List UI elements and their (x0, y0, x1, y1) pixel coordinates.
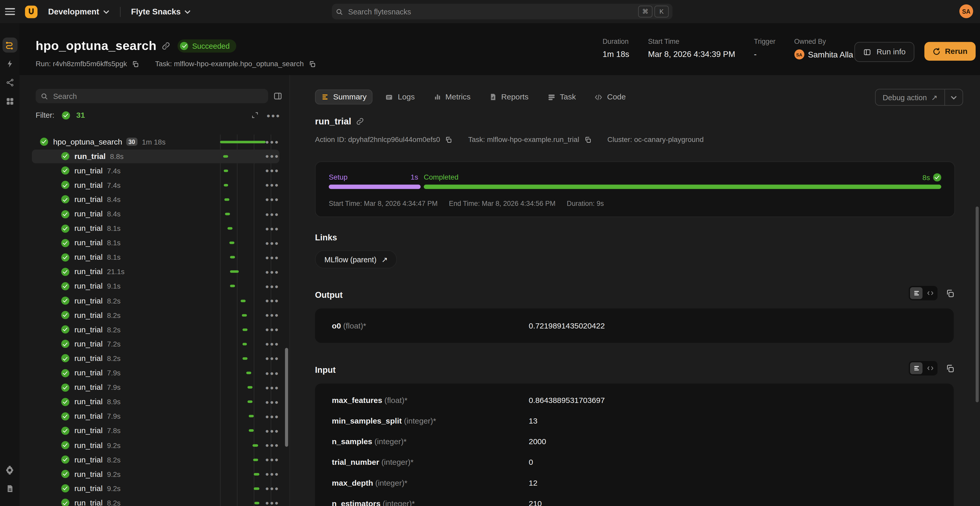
tab-task[interactable]: Task (541, 89, 582, 104)
row-menu-button[interactable]: ●●● (265, 398, 280, 405)
tree-node-row[interactable]: run_trial 21.1s ●●● (19, 265, 289, 279)
tree-node-row[interactable]: run_trial 8.1s ●●● (19, 250, 289, 265)
copy-icon[interactable] (584, 136, 591, 143)
row-menu-button[interactable]: ●●● (265, 182, 280, 188)
copy-icon[interactable] (132, 60, 139, 67)
row-menu-button[interactable]: ●●● (265, 254, 280, 261)
triggers-nav-icon[interactable] (2, 56, 17, 71)
tree-node-row[interactable]: run_trial 8.2s ●●● (19, 496, 289, 506)
tree-node-row[interactable]: hpo_optuna_search 30 1m 18s ●●● (19, 134, 289, 149)
union-logo[interactable] (25, 5, 38, 18)
mlflow-link-button[interactable]: MLflow (parent) ↗ (315, 250, 397, 268)
tree-node-row[interactable]: run_trial 7.9s ●●● (19, 380, 289, 395)
tree-node-row[interactable]: run_trial 8.8s ●●● (19, 149, 289, 163)
tab-metrics[interactable]: Metrics (427, 89, 477, 104)
tree-scrollbar[interactable] (285, 348, 288, 447)
tree-node-row[interactable]: run_trial 7.9s ●●● (19, 366, 289, 380)
docs-nav-icon[interactable] (2, 481, 17, 496)
rerun-button[interactable]: Rerun (924, 42, 975, 61)
tree-node-row[interactable]: run_trial 8.4s ●●● (19, 192, 289, 207)
row-menu-button[interactable]: ●●● (265, 500, 280, 506)
tree-node-row[interactable]: run_trial 8.1s ●●● (19, 236, 289, 250)
tree-node-row[interactable]: run_trial 8.2s ●●● (19, 452, 289, 467)
code-view-icon[interactable] (924, 287, 936, 299)
row-menu-button[interactable]: ●●● (265, 341, 280, 348)
debug-action-main[interactable]: Debug action↗ (876, 89, 945, 105)
project-selector[interactable]: Flyte Snacks (131, 7, 191, 16)
row-menu-button[interactable]: ●●● (265, 196, 280, 203)
tree-node-row[interactable]: run_trial 8.4s ●●● (19, 207, 289, 221)
copy-icon[interactable] (445, 136, 452, 143)
tab-code[interactable]: Code (588, 89, 632, 104)
global-search[interactable]: ⌘ K (332, 4, 673, 19)
tree-node-row[interactable]: run_trial 7.9s ●●● (19, 409, 289, 423)
debug-action-dropdown[interactable] (945, 89, 963, 105)
row-menu-button[interactable]: ●●● (265, 297, 280, 304)
row-menu-button[interactable]: ●●● (265, 138, 280, 145)
row-menu-button[interactable]: ●●● (265, 225, 280, 232)
row-menu-button[interactable]: ●●● (265, 153, 280, 160)
list-view-icon[interactable] (910, 287, 923, 299)
search-input[interactable] (347, 6, 636, 16)
completed-phase-bar[interactable] (424, 185, 942, 189)
tree-node-row[interactable]: run_trial 8.2s ●●● (19, 351, 289, 366)
tree-node-row[interactable]: run_trial 7.8s ●●● (19, 423, 289, 438)
tab-summary[interactable]: Summary (315, 89, 373, 104)
filter-success-icon[interactable] (62, 111, 70, 119)
row-menu-button[interactable]: ●●● (265, 485, 280, 492)
copy-icon[interactable] (945, 364, 954, 372)
row-menu-button[interactable]: ●●● (265, 471, 280, 478)
tree-node-row[interactable]: run_trial 8.2s ●●● (19, 322, 289, 337)
list-view-icon[interactable] (910, 362, 923, 374)
row-menu-button[interactable]: ●●● (265, 239, 280, 246)
apps-nav-icon[interactable] (2, 94, 17, 109)
tree-node-row[interactable]: run_trial 7.4s ●●● (19, 163, 289, 178)
copy-icon[interactable] (945, 289, 954, 298)
tree-node-row[interactable]: run_trial 9.1s ●●● (19, 279, 289, 294)
hamburger-menu-icon[interactable] (5, 8, 15, 15)
row-menu-button[interactable]: ●●● (265, 211, 280, 217)
copy-icon[interactable] (309, 60, 316, 67)
page-scrollbar[interactable] (975, 206, 979, 402)
row-menu-button[interactable]: ●●● (265, 355, 280, 362)
lineage-nav-icon[interactable] (2, 75, 17, 90)
runs-nav-icon[interactable] (2, 38, 17, 53)
permalink-icon[interactable] (162, 42, 170, 50)
row-menu-button[interactable]: ●●● (265, 442, 280, 449)
row-menu-button[interactable]: ●●● (265, 326, 280, 333)
io-value: 2000 (529, 437, 546, 446)
tree-search-input[interactable] (52, 91, 263, 101)
tree-node-row[interactable]: run_trial 8.2s ●●● (19, 294, 289, 308)
row-menu-button[interactable]: ●●● (265, 456, 280, 463)
row-menu-button[interactable]: ●●● (265, 167, 280, 174)
tree-node-row[interactable]: run_trial 9.2s ●●● (19, 481, 289, 496)
filter-more-button[interactable]: ●●● (266, 112, 280, 118)
expand-collapse-all-icon[interactable] (251, 111, 259, 119)
row-menu-button[interactable]: ●●● (265, 283, 280, 290)
tree-node-row[interactable]: run_trial 7.2s ●●● (19, 337, 289, 351)
permalink-icon[interactable] (356, 118, 364, 125)
node-duration: 8.9s (107, 398, 121, 405)
row-menu-button[interactable]: ●●● (265, 312, 280, 319)
setup-phase-bar[interactable] (329, 185, 420, 189)
tab-logs[interactable]: Logs (379, 89, 421, 104)
user-avatar[interactable]: SA (959, 5, 973, 18)
row-menu-button[interactable]: ●●● (265, 384, 280, 391)
tree-node-row[interactable]: run_trial 8.1s ●●● (19, 221, 289, 236)
run-info-button[interactable]: Run info (855, 42, 915, 62)
settings-gear-icon[interactable] (2, 463, 17, 477)
org-selector[interactable]: Development (48, 7, 109, 16)
collapse-panel-icon[interactable] (273, 91, 282, 101)
row-menu-button[interactable]: ●●● (265, 413, 280, 420)
code-view-icon[interactable] (924, 362, 936, 374)
tree-node-row[interactable]: run_trial 9.2s ●●● (19, 438, 289, 452)
tree-node-row[interactable]: run_trial 8.2s ●●● (19, 308, 289, 322)
tab-reports[interactable]: Reports (483, 89, 535, 104)
tree-node-row[interactable]: run_trial 7.4s ●●● (19, 178, 289, 192)
tree-node-row[interactable]: run_trial 8.9s ●●● (19, 395, 289, 409)
row-menu-button[interactable]: ●●● (265, 268, 280, 275)
tree-node-row[interactable]: run_trial 9.2s ●●● (19, 467, 289, 481)
row-menu-button[interactable]: ●●● (265, 428, 280, 434)
tree-search[interactable] (35, 89, 268, 103)
row-menu-button[interactable]: ●●● (265, 369, 280, 377)
